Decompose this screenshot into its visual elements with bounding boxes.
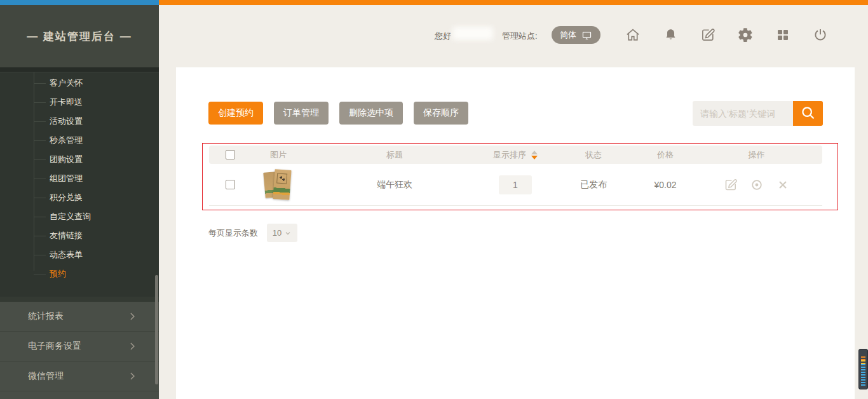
sidebar-header: — 建站管理后台 —: [0, 5, 159, 67]
row-status: 已发布: [580, 179, 607, 191]
site-selector-button[interactable]: 简体: [552, 26, 600, 44]
monitor-icon: [581, 30, 592, 41]
sort-order-input[interactable]: [499, 175, 532, 194]
nav-icon-group: [625, 27, 829, 43]
sidebar-item-custom-query[interactable]: 自定义查询: [0, 207, 159, 226]
per-page-select[interactable]: 10: [267, 224, 297, 242]
section-label: 微信管理: [28, 370, 64, 382]
sidebar-item-dynamic-forms[interactable]: 动态表单: [0, 245, 159, 264]
sidebar-section-ecommerce-settings[interactable]: 电子商务设置: [0, 332, 159, 362]
sort-desc-icon: [531, 156, 538, 159]
sidebar-item-flash-sale[interactable]: 秒杀管理: [0, 131, 159, 150]
site-label: 管理站点:: [502, 30, 538, 42]
sidebar-section-stats-report[interactable]: 统计报表: [0, 302, 159, 332]
column-header-sort: 显示排序: [493, 149, 526, 161]
toolbar: 创建预约 订单管理 删除选中项 保存顺序: [208, 102, 468, 125]
column-header-price: 价格: [657, 149, 674, 161]
home-icon[interactable]: [625, 27, 641, 43]
sidebar-section-wechat-management[interactable]: 微信管理: [0, 362, 159, 391]
per-page-value: 10: [273, 228, 281, 238]
delete-icon[interactable]: [775, 177, 790, 193]
sidebar-sections: 统计报表 电子商务设置 微信管理 网站日志: [0, 297, 159, 399]
chevron-right-icon: [126, 310, 139, 325]
sidebar-item-friend-links[interactable]: 友情链接: [0, 226, 159, 245]
select-all-checkbox[interactable]: [226, 150, 235, 159]
power-icon[interactable]: [812, 27, 829, 43]
sidebar-item-team-management[interactable]: 组团管理: [0, 169, 159, 188]
compose-icon[interactable]: [700, 27, 716, 43]
sidebar-item-label: 自定义查询: [50, 211, 91, 222]
per-page-label: 每页显示条数: [208, 227, 258, 239]
table-highlight-region: 图片 标题 显示排序 状态 价格 操作: [202, 143, 838, 210]
per-page-control: 每页显示条数 10: [208, 224, 297, 242]
chevron-down-icon: [284, 229, 292, 237]
table-row: 端午狂欢 已发布 ¥0.02: [209, 164, 822, 206]
sidebar-item-activity-settings[interactable]: 活动设置: [0, 112, 159, 131]
search-input[interactable]: [693, 101, 793, 126]
sidebar-item-card-gift[interactable]: 开卡即送: [0, 93, 159, 112]
search-button[interactable]: [793, 101, 823, 126]
sidebar-item-label: 预约: [50, 268, 66, 280]
column-header-image: 图片: [270, 149, 287, 161]
row-actions: [723, 177, 790, 193]
product-image-bag-front: [273, 169, 291, 200]
sidebar-submenu: 客户关怀 开卡即送 活动设置 秒杀管理 团购设置 组团管理 积分兑换 自定义查询…: [0, 72, 159, 283]
sidebar-item-label: 活动设置: [50, 116, 83, 127]
save-order-button[interactable]: 保存顺序: [414, 102, 468, 125]
top-navbar: 您好 管理站点: 简体: [159, 5, 868, 67]
sidebar-section-site-logs[interactable]: 网站日志: [0, 391, 159, 399]
sidebar-item-label: 组团管理: [50, 173, 83, 184]
delete-selected-button[interactable]: 删除选中项: [339, 102, 403, 125]
sidebar-item-label: 动态表单: [50, 249, 83, 260]
edit-icon[interactable]: [723, 177, 738, 193]
chevron-right-icon: [126, 370, 139, 385]
column-header-status: 状态: [585, 149, 602, 161]
site-value: 简体: [560, 29, 576, 41]
sidebar-item-label: 客户关怀: [50, 78, 83, 89]
username-redacted: [452, 27, 493, 40]
sidebar-item-label: 秒杀管理: [50, 135, 83, 146]
sidebar-divider: [0, 67, 159, 72]
product-image[interactable]: [263, 168, 294, 201]
gear-icon[interactable]: [737, 27, 754, 43]
column-header-title: 标题: [386, 149, 403, 161]
sidebar-item-label: 团购设置: [50, 154, 83, 165]
sidebar-item-customer-care[interactable]: 客户关怀: [0, 74, 159, 93]
chevron-right-icon: [126, 340, 139, 355]
sidebar-item-label: 开卡即送: [50, 97, 83, 108]
main-content-card: 创建预约 订单管理 删除选中项 保存顺序 图片 标题 显示排序: [176, 67, 855, 399]
order-management-button[interactable]: 订单管理: [274, 102, 329, 125]
create-reservation-button[interactable]: 创建预约: [208, 102, 263, 125]
topbar-orange-strip: [159, 0, 868, 5]
activity-indicator-widget[interactable]: [858, 349, 868, 389]
section-label: 统计报表: [28, 311, 64, 322]
app-title: — 建站管理后台 —: [27, 29, 132, 44]
view-icon[interactable]: [749, 177, 764, 193]
column-header-actions: 操作: [749, 149, 765, 161]
row-title: 端午狂欢: [377, 179, 412, 191]
search-box: [693, 101, 823, 126]
greeting-text: 您好: [435, 30, 451, 42]
sidebar-item-points-exchange[interactable]: 积分兑换: [0, 188, 159, 207]
topbar-blue-strip: [0, 0, 159, 5]
sidebar-item-label: 友情链接: [50, 230, 83, 241]
apps-icon[interactable]: [775, 27, 791, 43]
section-label: 电子商务设置: [28, 341, 81, 352]
bell-icon[interactable]: [662, 27, 679, 43]
reservations-table: 图片 标题 显示排序 状态 价格 操作: [209, 145, 822, 206]
sidebar-item-group-buy[interactable]: 团购设置: [0, 150, 159, 169]
sidebar: — 建站管理后台 — 客户关怀 开卡即送 活动设置 秒杀管理 团购设置 组团管理…: [0, 5, 159, 399]
widget-cyan-bars: [861, 364, 865, 386]
sidebar-item-reservation[interactable]: 预约: [0, 264, 159, 283]
sort-asc-icon: [531, 151, 538, 154]
sidebar-item-label: 积分兑换: [50, 192, 83, 203]
sidebar-scrollbar[interactable]: [155, 275, 158, 384]
sort-toggle[interactable]: [531, 151, 538, 159]
screen: — 建站管理后台 — 客户关怀 开卡即送 活动设置 秒杀管理 团购设置 组团管理…: [0, 0, 868, 399]
row-checkbox[interactable]: [226, 180, 235, 189]
search-icon: [799, 104, 817, 123]
table-header-row: 图片 标题 显示排序 状态 价格 操作: [209, 145, 822, 164]
row-price: ¥0.02: [654, 180, 676, 190]
